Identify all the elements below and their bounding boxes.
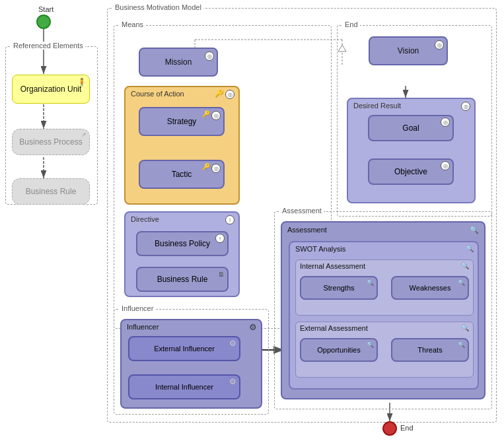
strategy-node[interactable]: Strategy ◎ 🔑 xyxy=(139,107,225,136)
vision-icon: ◎ xyxy=(435,40,444,50)
opportunities-node[interactable]: Opportunities 🔍 xyxy=(300,338,378,362)
mission-node[interactable]: Mission ◎ xyxy=(139,48,218,77)
threats-node[interactable]: Threats 🔍 xyxy=(391,338,469,362)
means-label: Means xyxy=(120,20,145,28)
swot-search-icon: 🔍 xyxy=(466,245,474,252)
course-of-action-icon: ◎ xyxy=(225,90,234,99)
assessment-inner-container: Assessment 🔍 SWOT Analysis 🔍 Internal As… xyxy=(281,221,486,399)
start-label: Start xyxy=(38,5,54,13)
desired-result-icon: ◎ xyxy=(461,102,470,111)
assessment-inner-title: Assessment xyxy=(287,226,327,234)
external-assessment-title: External Assessment xyxy=(300,324,368,332)
end-label: End xyxy=(400,424,414,432)
assessment-outer-label: Assessment xyxy=(280,207,324,215)
directive-icon: ! xyxy=(225,215,234,224)
objective-icon: ◎ xyxy=(441,161,450,170)
influencer-gear-icon: ⚙ xyxy=(249,322,257,332)
mission-icon: ◎ xyxy=(205,51,214,61)
diagram-container: Start Referenced Elements Organization U… xyxy=(0,0,504,445)
end-node xyxy=(382,421,397,436)
end-label: End xyxy=(343,20,360,28)
directive-title: Directive xyxy=(131,215,159,223)
business-policy-icon: ! xyxy=(215,234,225,243)
objective-node[interactable]: Objective ◎ xyxy=(368,158,454,185)
external-influencer-node[interactable]: External Influencer ⚙ xyxy=(128,336,240,361)
external-search-icon: 🔍 xyxy=(461,324,469,331)
external-assessment-container: External Assessment 🔍 Opportunities 🔍 Th… xyxy=(295,322,474,378)
influencer-outer-label: Influencer xyxy=(120,304,155,312)
weaknesses-node[interactable]: Weaknesses 🔍 xyxy=(391,276,469,300)
influencer-inner-container: Influencer ⚙ External Influencer ⚙ Inter… xyxy=(120,319,262,409)
business-rule-right-node[interactable]: Business Rule 🗎 xyxy=(136,267,229,292)
internal-influencer-node[interactable]: Internal Influencer ⚙ xyxy=(128,374,240,399)
start-node xyxy=(36,15,51,29)
strengths-node[interactable]: Strengths 🔍 xyxy=(300,276,378,300)
swot-title: SWOT Analysis xyxy=(295,245,345,253)
course-of-action-title: Course of Action xyxy=(131,90,184,98)
internal-assessment-container: Internal Assessment 🔍 Strengths 🔍 Weakne… xyxy=(295,259,474,316)
business-rule-left-node[interactable]: Business Rule xyxy=(12,178,90,205)
tactic-node[interactable]: Tactic ◎ 🔑 xyxy=(139,160,225,189)
internal-search-icon: 🔍 xyxy=(461,262,469,269)
organization-unit-node[interactable]: Organization Unit 🧍 xyxy=(12,75,90,104)
goal-node[interactable]: Goal ◎ xyxy=(368,115,454,141)
course-of-action-container: Course of Action ◎ 🔑 Strategy ◎ 🔑 Tactic… xyxy=(124,86,240,205)
strategy-icon: ◎ xyxy=(211,111,221,120)
swot-analysis-container: SWOT Analysis 🔍 Internal Assessment 🔍 St… xyxy=(289,241,479,390)
business-motivation-model-label: Business Motivation Model xyxy=(113,3,203,11)
tactic-icon: ◎ xyxy=(211,164,221,173)
assessment-search-icon: 🔍 xyxy=(470,226,479,234)
referenced-elements-label: Referenced Elements xyxy=(11,42,85,50)
influencer-title: Influencer xyxy=(127,323,159,331)
desired-result-title: Desired Result xyxy=(353,102,401,110)
directive-container: Directive ! Business Policy ! Business R… xyxy=(124,211,240,297)
goal-icon: ◎ xyxy=(441,118,450,127)
desired-result-container: Desired Result ◎ Goal ◎ Objective ◎ xyxy=(347,98,476,203)
business-policy-node[interactable]: Business Policy ! xyxy=(136,231,229,256)
internal-assessment-title: Internal Assessment xyxy=(300,262,365,270)
vision-node[interactable]: Vision ◎ xyxy=(369,36,448,65)
business-process-node[interactable]: Business Process ↗ xyxy=(12,129,90,155)
